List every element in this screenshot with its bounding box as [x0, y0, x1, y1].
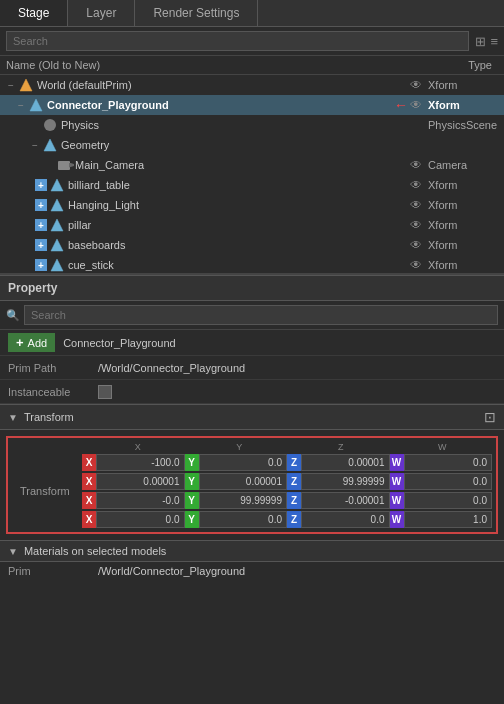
transform-expand-icon[interactable]: ▼ [8, 412, 18, 423]
transform-matrix-label: Transform [20, 485, 70, 497]
cell-0-2[interactable]: 0.00001 [301, 454, 390, 471]
tree-row-pillar[interactable]: + pillar 👁 Xform [0, 215, 504, 235]
world-icon [18, 78, 34, 92]
plus-billiard[interactable]: + [35, 179, 47, 191]
cell-2-3[interactable]: 0.0 [404, 492, 493, 509]
z-axis-indicator-1: Z [287, 473, 301, 490]
cell-3-0[interactable]: 0.0 [96, 511, 185, 528]
prim-name-value: Connector_Playground [63, 337, 496, 349]
tree-row-main-camera[interactable]: Main_Camera 👁 Camera [0, 155, 504, 175]
tree-row-baseboards[interactable]: + baseboards 👁 Xform [0, 235, 504, 255]
menu-icon[interactable]: ≡ [490, 34, 498, 49]
expand-geometry[interactable]: − [28, 140, 42, 151]
svg-marker-7 [51, 259, 63, 271]
tree-header: Name (Old to New) Type [0, 56, 504, 75]
pillar-label: pillar [68, 219, 408, 231]
hanging-type: Xform [428, 199, 498, 211]
col-type-header: Type [468, 59, 492, 71]
cell-2-0[interactable]: -0.0 [96, 492, 185, 509]
pillar-type: Xform [428, 219, 498, 231]
materials-prim-value: /World/Connector_Playground [98, 565, 496, 577]
expand-connector[interactable]: − [14, 100, 28, 111]
materials-title: Materials on selected models [24, 545, 166, 557]
expand-world[interactable]: − [4, 80, 18, 91]
filter-icon[interactable]: ⊞ [475, 34, 486, 49]
tab-stage[interactable]: Stage [0, 0, 68, 26]
cell-3-3[interactable]: 1.0 [404, 511, 493, 528]
stage-search-input[interactable] [6, 31, 469, 51]
cell-3-1[interactable]: 0.0 [199, 511, 288, 528]
cell-2-1[interactable]: 99.99999 [199, 492, 288, 509]
cell-1-2[interactable]: 99.99999 [301, 473, 390, 490]
cell-1-1[interactable]: 0.00001 [199, 473, 288, 490]
prop-search-icon: 🔍 [6, 309, 20, 322]
svg-marker-3 [51, 179, 63, 191]
tree-row-billiard[interactable]: + billiard_table 👁 Xform [0, 175, 504, 195]
tree-row-geometry[interactable]: − Geometry [0, 135, 504, 155]
tree-row-connector[interactable]: − Connector_Playground ← 👁 Xform [0, 95, 504, 115]
baseboards-label: baseboards [68, 239, 408, 251]
transform-square-icon: ⊡ [484, 409, 496, 425]
stage-tree: − World (defaultPrim) 👁 Xform − Connecto… [0, 75, 504, 275]
geometry-label: Geometry [61, 139, 428, 151]
connector-type: Xform [428, 99, 498, 111]
cell-1-3[interactable]: 0.0 [404, 473, 493, 490]
property-search-input[interactable] [24, 305, 498, 325]
y-axis-indicator-0: Y [185, 454, 199, 471]
w-axis-indicator-2: W [390, 492, 404, 509]
materials-prim-label: Prim [8, 565, 98, 577]
materials-expand-icon[interactable]: ▼ [8, 546, 18, 557]
cell-0-0[interactable]: -100.0 [96, 454, 185, 471]
plus-hanging[interactable]: + [35, 199, 47, 211]
cell-0-1[interactable]: 0.0 [199, 454, 288, 471]
add-button[interactable]: + Add [8, 333, 55, 352]
svg-marker-6 [51, 239, 63, 251]
plus-baseboards[interactable]: + [35, 239, 47, 251]
connector-eye[interactable]: 👁 [408, 98, 424, 112]
tab-render-settings[interactable]: Render Settings [135, 0, 258, 26]
world-type: Xform [428, 79, 498, 91]
connector-icon [28, 98, 44, 112]
physics-label: Physics [61, 119, 428, 131]
cell-3-2[interactable]: 0.0 [301, 511, 390, 528]
instanceable-checkbox[interactable] [98, 385, 112, 399]
property-title: Property [8, 281, 57, 295]
y-axis-indicator-3: Y [185, 511, 199, 528]
tab-layer[interactable]: Layer [68, 0, 135, 26]
pillar-eye[interactable]: 👁 [408, 218, 424, 232]
svg-marker-5 [51, 219, 63, 231]
plus-pillar[interactable]: + [35, 219, 47, 231]
prim-path-label: Prim Path [8, 362, 98, 374]
camera-type: Camera [428, 159, 498, 171]
transform-header-left: ▼ Transform [8, 411, 74, 423]
x-axis-indicator: X [82, 454, 96, 471]
cue-eye[interactable]: 👁 [408, 258, 424, 272]
add-label: Add [28, 337, 48, 349]
plus-cue[interactable]: + [35, 259, 47, 271]
cell-2-2[interactable]: -0.00001 [301, 492, 390, 509]
z-axis-indicator-0: Z [287, 454, 301, 471]
billiard-eye[interactable]: 👁 [408, 178, 424, 192]
tree-row-hanging-light[interactable]: + Hanging_Light 👁 Xform [0, 195, 504, 215]
x-axis-indicator-3: X [82, 511, 96, 528]
instanceable-label: Instanceable [8, 386, 98, 398]
prop-row-prim-path: Prim Path /World/Connector_Playground [0, 356, 504, 380]
hanging-eye[interactable]: 👁 [408, 198, 424, 212]
world-eye[interactable]: 👁 [408, 78, 424, 92]
tree-row-world[interactable]: − World (defaultPrim) 👁 Xform [0, 75, 504, 95]
cell-0-3[interactable]: 0.0 [404, 454, 493, 471]
z-axis-indicator-2: Z [287, 492, 301, 509]
matrix-body: Transform X -100.0 Y 0.0 Z 0.00001 W 0.0 [12, 454, 492, 528]
tree-row-physics[interactable]: Physics PhysicsScene [0, 115, 504, 135]
materials-header: ▼ Materials on selected models [0, 540, 504, 562]
baseboards-eye[interactable]: 👁 [408, 238, 424, 252]
tree-row-cue-stick[interactable]: + cue_stick 👁 Xform [0, 255, 504, 275]
materials-row: Prim /World/Connector_Playground [0, 562, 504, 580]
camera-icon [56, 158, 72, 172]
x-axis-indicator-2: X [82, 492, 96, 509]
cue-icon [49, 258, 65, 272]
cell-1-0[interactable]: 0.00001 [96, 473, 185, 490]
camera-eye[interactable]: 👁 [408, 158, 424, 172]
cue-label: cue_stick [68, 259, 408, 271]
transform-matrix: X Y Z W Transform X -100.0 Y 0.0 Z 0.000… [6, 436, 498, 534]
